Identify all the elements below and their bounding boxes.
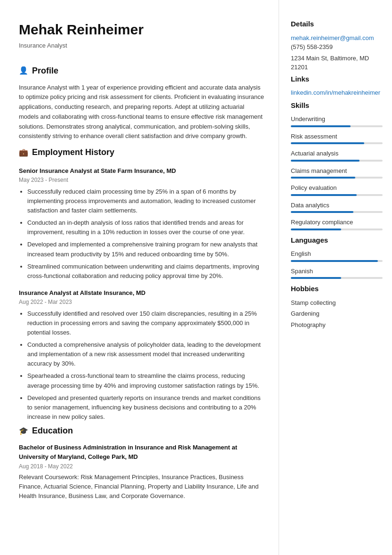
employment-section: 💼 Employment History Senior Insurance An… (19, 146, 264, 422)
education-header: 🎓 Education (19, 424, 264, 437)
skill-bar-fill (291, 194, 357, 196)
skill-bar-bg (291, 211, 383, 213)
list-item: Developed and presented quarterly report… (27, 393, 264, 422)
list-item: Conducted an in-depth analysis of loss r… (27, 218, 264, 237)
details-label: Details (291, 19, 383, 30)
hobby-1: Stamp collecting (291, 298, 383, 308)
lang-bar-bg (291, 260, 383, 262)
edu-1-dates: Aug 2018 - May 2022 (19, 462, 264, 471)
resume-page: Mehak Reinheimer Insurance Analyst 👤 Pro… (0, 0, 392, 555)
list-item: Developed and implemented a comprehensiv… (27, 240, 264, 259)
skill-risk-assessment: Risk assessment (291, 132, 383, 145)
profile-icon: 👤 (19, 65, 28, 76)
sidebar: Details mehak.reinheimer@gmail.com (575)… (279, 0, 392, 555)
skills-section: Skills Underwriting Risk assessment Actu… (291, 100, 383, 230)
address: 1234 Main St, Baltimore, MD 21201 (291, 54, 383, 72)
job-2-title: Insurance Analyst at Allstate Insurance,… (19, 288, 264, 298)
skill-name: Data analytics (291, 201, 383, 210)
links-section: Links linkedin.com/in/mehakreinheimer (291, 74, 383, 98)
skill-actuarial: Actuarial analysis (291, 149, 383, 162)
skill-bar-bg (291, 160, 383, 162)
skill-name: Claims management (291, 166, 383, 176)
phone: (575) 558-2359 (291, 42, 383, 52)
skill-bar-bg (291, 142, 383, 144)
list-item: Spearheaded a cross-functional team to s… (27, 371, 264, 390)
employment-icon: 💼 (19, 147, 28, 158)
lang-bar-fill (291, 277, 341, 279)
skill-claims: Claims management (291, 166, 383, 179)
candidate-name: Mehak Reinheimer (19, 19, 264, 40)
edu-1-degree: Bachelor of Business Administration in I… (19, 443, 264, 461)
profile-header: 👤 Profile (19, 65, 264, 77)
skill-bar-bg (291, 194, 383, 196)
skill-bar-fill (291, 125, 351, 127)
list-item: Successfully reduced claim processing ti… (27, 187, 264, 215)
lang-english: English (291, 249, 383, 262)
skill-bar-fill (291, 229, 341, 230)
email-link[interactable]: mehak.reinheimer@gmail.com (291, 34, 374, 41)
profile-section: 👤 Profile Insurance Analyst with 1 year … (19, 65, 264, 142)
list-item: Successfully identified and resolved ove… (27, 309, 264, 337)
skill-bar-fill (291, 177, 355, 179)
profile-text: Insurance Analyst with 1 year of experie… (19, 83, 264, 142)
main-column: Mehak Reinheimer Insurance Analyst 👤 Pro… (0, 0, 279, 555)
profile-label: Profile (32, 65, 58, 77)
job-1-dates: May 2023 - Present (19, 176, 264, 184)
lang-spanish: Spanish (291, 267, 383, 279)
skill-name: Regulatory compliance (291, 218, 383, 227)
hobby-3: Photography (291, 320, 383, 330)
hobby-2: Gardening (291, 309, 383, 318)
skill-bar-fill (291, 142, 364, 144)
skill-bar-bg (291, 229, 383, 230)
list-item: Streamlined communication between underw… (27, 262, 264, 281)
employment-header: 💼 Employment History (19, 146, 264, 159)
skill-policy: Policy evaluation (291, 183, 383, 196)
lang-name: Spanish (291, 267, 383, 276)
skills-label: Skills (291, 100, 383, 111)
job-2: Insurance Analyst at Allstate Insurance,… (19, 288, 264, 422)
job-1: Senior Insurance Analyst at State Farm I… (19, 166, 264, 281)
hobbies-section: Hobbies Stamp collecting Gardening Photo… (291, 284, 383, 329)
lang-name: English (291, 249, 383, 259)
edu-entry-1: Bachelor of Business Administration in I… (19, 443, 264, 501)
skill-bar-fill (291, 211, 353, 213)
hobbies-label: Hobbies (291, 284, 383, 294)
links-label: Links (291, 74, 383, 85)
job-1-title: Senior Insurance Analyst at State Farm I… (19, 166, 264, 176)
skill-data: Data analytics (291, 201, 383, 213)
languages-section: Languages English Spanish (291, 235, 383, 279)
skill-name: Risk assessment (291, 132, 383, 141)
list-item: Conducted a comprehensive analysis of po… (27, 340, 264, 368)
education-section: 🎓 Education Bachelor of Business Adminis… (19, 424, 264, 501)
details-section: Details mehak.reinheimer@gmail.com (575)… (291, 19, 383, 72)
lang-bar-bg (291, 277, 383, 279)
job-2-dates: Aug 2022 - Mar 2023 (19, 298, 264, 306)
candidate-title: Insurance Analyst (19, 41, 264, 50)
education-icon: 🎓 (19, 425, 28, 437)
skill-name: Underwriting (291, 114, 383, 124)
education-label: Education (32, 424, 73, 437)
job-1-bullets: Successfully reduced claim processing ti… (19, 187, 264, 281)
skill-underwriting: Underwriting (291, 114, 383, 127)
skill-bar-fill (291, 160, 360, 162)
skill-bar-bg (291, 177, 383, 179)
skill-bar-bg (291, 125, 383, 127)
lang-bar-fill (291, 260, 378, 262)
job-2-bullets: Successfully identified and resolved ove… (19, 309, 264, 422)
employment-label: Employment History (32, 146, 114, 159)
languages-label: Languages (291, 235, 383, 246)
header: Mehak Reinheimer Insurance Analyst (19, 19, 264, 50)
edu-1-coursework: Relevant Coursework: Risk Management Pri… (19, 473, 264, 501)
skill-regulatory: Regulatory compliance (291, 218, 383, 230)
skill-name: Actuarial analysis (291, 149, 383, 158)
linkedin-link[interactable]: linkedin.com/in/mehakreinheimer (291, 88, 383, 98)
skill-name: Policy evaluation (291, 183, 383, 193)
